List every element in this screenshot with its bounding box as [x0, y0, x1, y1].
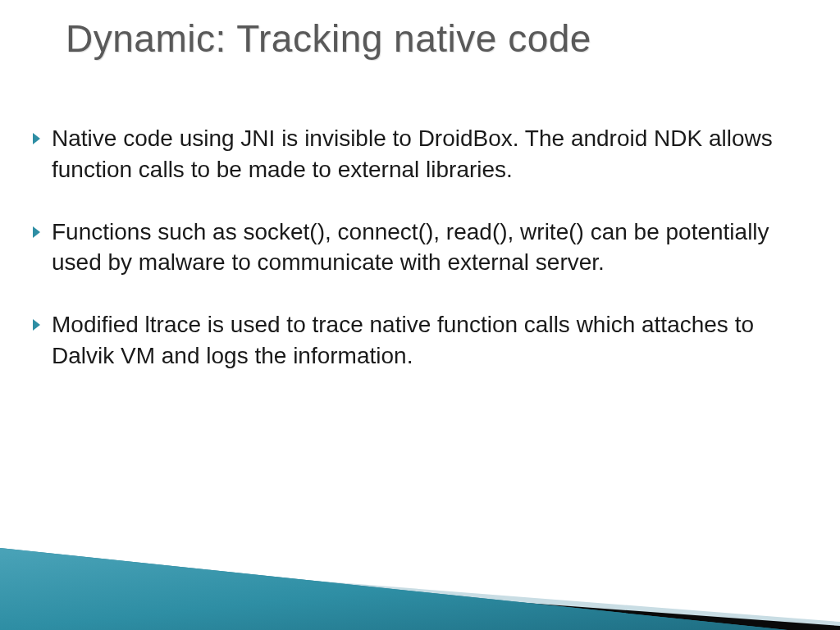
bullet-item: Native code using JNI is invisible to Dr… — [33, 123, 807, 185]
svg-marker-1 — [0, 564, 840, 630]
bullet-text: Functions such as socket(), connect(), r… — [52, 217, 807, 279]
svg-marker-3 — [0, 548, 788, 630]
triangle-bullet-icon — [33, 226, 40, 238]
svg-marker-0 — [0, 556, 840, 630]
slide-title: Dynamic: Tracking native code — [66, 16, 791, 61]
corner-decoration — [0, 499, 840, 630]
svg-marker-2 — [0, 548, 788, 630]
content-area: Native code using JNI is invisible to Dr… — [33, 123, 807, 403]
triangle-bullet-icon — [33, 319, 40, 331]
bullet-item: Functions such as socket(), connect(), r… — [33, 217, 807, 279]
bullet-item: Modified ltrace is used to trace native … — [33, 309, 807, 372]
bullet-text: Modified ltrace is used to trace native … — [52, 309, 807, 372]
bullet-text: Native code using JNI is invisible to Dr… — [52, 123, 807, 185]
slide: Dynamic: Tracking native code Native cod… — [0, 0, 840, 630]
triangle-bullet-icon — [33, 133, 40, 144]
